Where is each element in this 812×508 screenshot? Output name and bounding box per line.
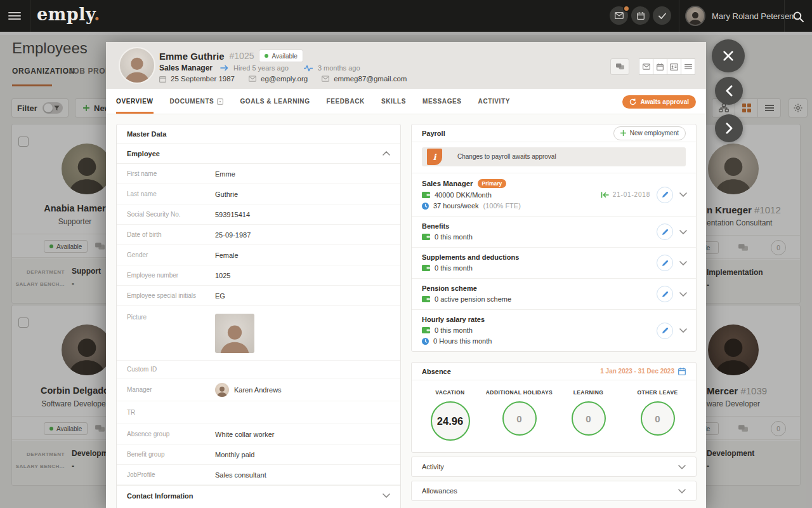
calendar-icon [159,76,166,83]
edit-supplements-button[interactable] [657,255,673,271]
pension-row: Pension scheme 0 active pension scheme [412,278,696,309]
field-row: Custom ID [117,361,400,378]
app-window: emply. Mary Roland Petersen Employees OR… [0,0,812,508]
previous-employee-button[interactable] [715,77,743,105]
pencil-icon [662,191,669,198]
tab-activity[interactable]: ACTIVITY [478,89,510,114]
close-modal-button[interactable] [712,39,745,72]
message-employee-button[interactable] [610,58,629,75]
next-employee-button[interactable] [715,114,743,142]
field-row: GenderFemale [117,245,400,265]
personal-email[interactable]: emmeg87@gmail.com [334,75,407,83]
start-date: 21-01-2018 [601,191,650,198]
field-row: Absence groupWhite collar worker [117,424,400,444]
manager-name[interactable]: Karen Andrews [234,386,282,394]
chevron-left-icon [726,85,733,97]
activity-section[interactable]: Activity [411,457,697,477]
chevron-down-icon [678,489,686,493]
absence-stats: VACATION 24.96 ADDITIONAL HOLIDAYS 0 LEA… [412,380,696,452]
employment-title: Sales Manager [422,180,473,187]
topbar-divider [30,0,30,32]
tasks-button[interactable] [653,6,671,25]
chevron-down-icon[interactable] [679,292,687,297]
stat-vacation: VACATION 24.96 [416,389,485,441]
chevron-down-icon[interactable] [679,230,687,234]
contact-information-section-header[interactable]: Contact Information [117,485,400,505]
calendar-icon [637,12,645,20]
arrow-to-start-icon [601,192,609,198]
menu-icon[interactable] [8,10,21,22]
field-row: Employee number1025 [117,265,400,286]
email-button[interactable] [639,58,653,75]
hourly-rates-row: Hourly salary rates 0 this month 0 Hours… [412,309,696,351]
supplements-row: Supplements and deductions 0 this month [412,247,696,278]
inbox-button[interactable] [610,6,628,25]
work-email[interactable]: eg@emply.org [261,75,308,83]
employee-section-header[interactable]: Employee [117,144,400,164]
absence-date-range[interactable]: 1 Jan 2023 - 31 Dec 2023 [600,368,686,375]
more-options-button[interactable] [681,58,695,75]
hours-text: 37 hours/week [433,202,479,210]
modal-header: Emme Guthrie #1025 Available Sales Manag… [106,42,706,89]
tab-goals-learning[interactable]: GOALS & LEARNING [240,89,310,114]
refresh-icon [629,98,636,105]
chevron-down-icon [383,493,390,498]
payroll-card: Payroll New employment i Changes to payr… [411,124,697,352]
tab-skills[interactable]: SKILLS [381,89,406,114]
chevron-down-icon[interactable] [679,328,687,333]
stat-learning: LEARNING 0 [554,389,623,436]
search-button[interactable] [790,8,806,25]
clock-icon [422,203,429,210]
field-row: JobProfileSales consultant [117,465,400,485]
id-card-button[interactable] [667,58,681,75]
tab-messages[interactable]: MESSAGES [422,89,461,114]
employment-row: Sales Manager Primary 40000 DKK/Month 37… [412,173,696,216]
primary-badge: Primary [478,179,507,188]
edit-employment-button[interactable] [657,187,673,203]
tab-feedback[interactable]: FEEDBACK [327,89,365,114]
chevron-down-icon[interactable] [679,192,687,197]
absence-card: Absence 1 Jan 2023 - 31 Dec 2023 VACATIO… [411,362,697,453]
user-avatar [685,6,705,26]
chevron-down-icon[interactable] [679,261,687,265]
topbar-divider [784,0,785,32]
chevron-up-icon [383,151,390,156]
birth-date: 25 September 1987 [171,75,235,83]
new-employment-button[interactable]: New employment [613,126,686,140]
manager-avatar [215,383,229,397]
employee-picture [215,314,254,353]
payroll-title: Payroll [422,130,445,137]
app-logo[interactable]: emply. [37,4,100,24]
wallet-icon [422,265,430,271]
hired-text: Hired 5 years ago [233,64,289,72]
salary-text: 40000 DKK/Month [435,191,492,199]
user-menu[interactable]: Mary Roland Petersen [685,4,794,27]
clock-icon [422,338,429,345]
wallet-icon [422,192,430,198]
stat-other-leave: OTHER LEAVE 0 [623,389,692,436]
header-action-group [639,58,695,75]
tab-overview[interactable]: OVERVIEW [116,89,154,114]
awaits-approval-button[interactable]: Awaits approval [622,95,696,109]
tab-documents[interactable]: DOCUMENTS [170,89,224,114]
field-row: Last nameGuthrie [117,184,400,204]
envelope-icon [322,76,329,82]
field-row: Benefit groupMonthly paid [117,444,400,465]
employee-avatar [119,47,155,84]
edit-pension-button[interactable] [657,286,673,302]
id-card-icon [670,64,678,70]
plus-icon [620,130,626,136]
modal-tabs: OVERVIEW DOCUMENTS GOALS & LEARNING FEED… [106,89,706,114]
stat-circle: 0 [502,401,537,436]
edit-benefits-button[interactable] [657,224,673,240]
calendar-button[interactable] [631,6,650,25]
stat-additional-holidays: ADDITIONAL HOLIDAYS 0 [485,389,554,436]
master-data-card: Master Data Employee First nameEmme Last… [116,124,401,508]
field-row: Social Security No.593915414 [117,204,400,225]
edit-hourly-rates-button[interactable] [657,323,673,339]
stat-circle: 0 [641,401,675,436]
envelope-icon [615,12,624,19]
calendar-button[interactable] [653,58,667,75]
user-name: Mary Roland Petersen [712,11,794,21]
allowances-section[interactable]: Allowances [411,481,697,501]
